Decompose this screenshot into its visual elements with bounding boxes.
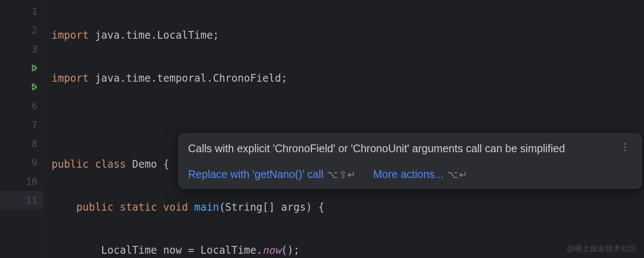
line-number: 6 — [20, 101, 37, 111]
keyword: static — [120, 201, 157, 213]
keyword: import — [52, 72, 89, 84]
code-text: java.time.LocalTime; — [89, 29, 219, 41]
shortcut-hint: ⌥⇧↵ — [327, 169, 356, 181]
code-line[interactable]: public static void main(String[] args) { — [52, 198, 442, 217]
more-actions-link[interactable]: More actions... — [373, 168, 444, 181]
keyword: public — [76, 201, 114, 213]
keyword: void — [163, 201, 188, 213]
code-line[interactable]: import java.time.LocalTime; — [52, 26, 442, 45]
code-editor[interactable]: 1 2 3 4 5 6 7 8 9 10 11 import java.time… — [0, 0, 644, 258]
line-number: 7 — [20, 120, 37, 130]
code-line[interactable]: import java.time.temporal.ChronoField; — [52, 69, 442, 88]
line-number: 3 — [20, 44, 37, 55]
code-text: { — [157, 158, 170, 170]
code-text: (); — [281, 244, 300, 256]
inspection-popup: Calls with explicit 'ChronoField' or 'Ch… — [178, 133, 642, 189]
code-area[interactable]: import java.time.LocalTime; import java.… — [43, 0, 442, 258]
code-text: (String[] args) { — [219, 201, 325, 213]
keyword: public — [52, 158, 89, 170]
code-line[interactable] — [52, 112, 442, 131]
code-text: java.time.temporal.ChronoField; — [89, 72, 287, 84]
quickfix-replace[interactable]: Replace with 'getNano()' call — [188, 168, 323, 181]
run-icon[interactable] — [30, 83, 38, 91]
line-number: 2 — [20, 25, 37, 36]
keyword: import — [52, 29, 89, 41]
line-number: 11 — [20, 195, 37, 206]
line-number: 1 — [20, 6, 37, 17]
line-number: 10 — [20, 176, 37, 187]
line-number: 9 — [20, 157, 37, 168]
keyword: class — [95, 158, 126, 170]
run-icon[interactable] — [30, 64, 38, 72]
line-number: 8 — [20, 138, 37, 149]
watermark: @稀土掘金技术社区 — [567, 243, 636, 254]
inspection-message: Calls with explicit 'ChronoField' or 'Ch… — [188, 141, 569, 156]
gutter: 1 2 3 4 5 6 7 8 9 10 11 — [0, 0, 43, 258]
code-line[interactable]: LocalTime now = LocalTime.now(); — [52, 241, 442, 258]
more-options-icon[interactable]: ⋮ — [619, 141, 632, 153]
shortcut-hint: ⌥↵ — [447, 169, 468, 181]
class-name: Demo — [132, 158, 157, 170]
code-text: LocalTime now = LocalTime. — [52, 244, 262, 256]
method-name: main — [194, 201, 219, 213]
static-member: now — [262, 244, 281, 256]
